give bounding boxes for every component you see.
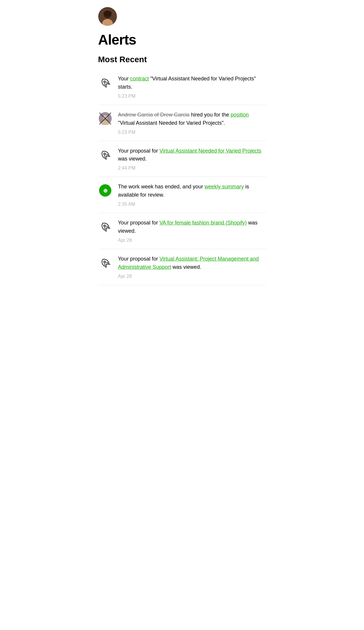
- list-item: Your contract "Virtual Assistant Needed …: [98, 69, 266, 105]
- alert-content: Your proposal for VA for female fashion …: [118, 219, 266, 243]
- alert-text: Your proposal for VA for female fashion …: [118, 219, 266, 235]
- alert-content: Your contract "Virtual Assistant Needed …: [118, 75, 266, 99]
- proposal-link-3[interactable]: Virtual Assistant: Project Management an…: [118, 256, 259, 270]
- page-title: Alerts: [98, 32, 266, 48]
- person-icon: [98, 112, 112, 126]
- alerts-list: Your contract "Virtual Assistant Needed …: [98, 69, 266, 285]
- alert-content: The work week has ended, and your weekly…: [118, 183, 266, 207]
- svg-point-14: [103, 261, 106, 263]
- alert-time: 2:35 AM: [118, 202, 266, 207]
- upwork-icon: ⊕: [98, 183, 112, 197]
- alert-content: Andrew Garcia of Drew Garcia hired you f…: [118, 111, 266, 135]
- contract-link[interactable]: contract: [130, 76, 149, 82]
- proposal-link-1[interactable]: Virtual Assistant Needed for Varied Proj…: [159, 148, 261, 154]
- alert-text: Your proposal for Virtual Assistant Need…: [118, 147, 266, 163]
- svg-point-11: [103, 153, 106, 155]
- alert-content: Your proposal for Virtual Assistant Need…: [118, 147, 266, 171]
- avatar: [98, 7, 117, 26]
- list-item: Andrew Garcia of Drew Garcia hired you f…: [98, 105, 266, 141]
- weekly-summary-link[interactable]: weekly summary: [205, 184, 244, 190]
- alert-time: 5:23 PM: [118, 94, 266, 99]
- list-item: Your proposal for Virtual Assistant: Pro…: [98, 249, 266, 285]
- rocket-icon: [98, 219, 112, 234]
- list-item: ⊕ The work week has ended, and your week…: [98, 177, 266, 213]
- list-item: Your proposal for VA for female fashion …: [98, 213, 266, 249]
- alert-time: Apr 28: [118, 274, 266, 279]
- alert-content: Your proposal for Virtual Assistant: Pro…: [118, 255, 266, 279]
- position-link[interactable]: position: [231, 112, 249, 118]
- proposal-link-2[interactable]: VA for female fashion brand (Shopify): [159, 220, 247, 226]
- svg-point-5: [103, 80, 106, 83]
- alert-text: Andrew Garcia of Drew Garcia hired you f…: [118, 111, 266, 127]
- section-title: Most Recent: [98, 55, 266, 64]
- svg-text:⊕: ⊕: [103, 188, 107, 194]
- rocket-icon: [98, 148, 112, 162]
- list-item: Your proposal for Virtual Assistant Need…: [98, 141, 266, 177]
- alert-time: 2:44 PM: [118, 165, 266, 171]
- alert-time: 5:23 PM: [118, 130, 266, 135]
- rocket-icon: [98, 75, 112, 89]
- alert-text: Your proposal for Virtual Assistant: Pro…: [118, 255, 266, 271]
- header: [98, 0, 266, 28]
- alert-text: Your contract "Virtual Assistant Needed …: [118, 75, 266, 91]
- rocket-icon: [98, 256, 112, 270]
- svg-point-4: [103, 11, 112, 16]
- svg-point-13: [103, 225, 106, 227]
- alert-text: The work week has ended, and your weekly…: [118, 183, 266, 199]
- crossed-name: Andrew Garcia of Drew Garcia: [118, 112, 190, 118]
- alert-time: Apr 28: [118, 238, 266, 243]
